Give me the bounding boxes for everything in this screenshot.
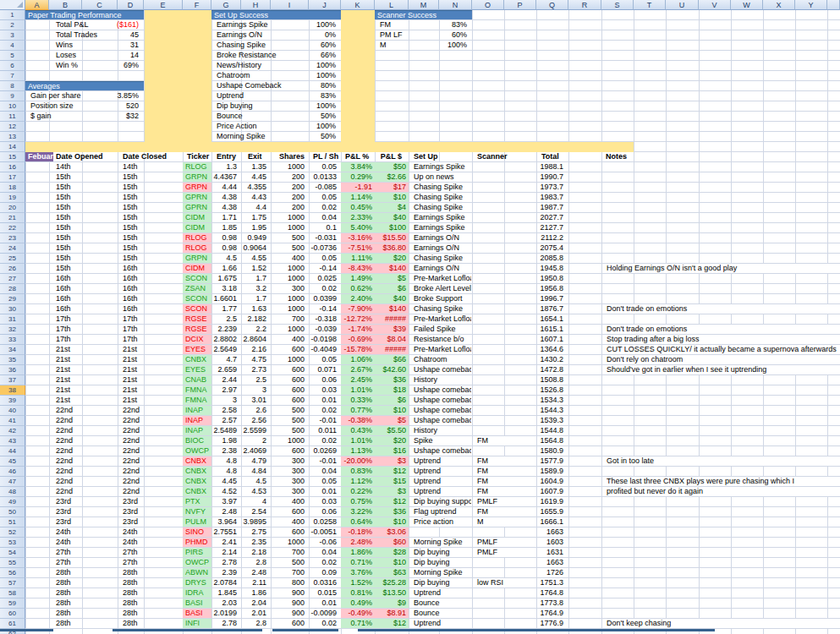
cell-pnl-pct[interactable]: -12.72% xyxy=(341,314,375,324)
cell-date-closed[interactable]: 17th xyxy=(120,325,179,334)
cell-setup[interactable]: Chatroom xyxy=(411,355,471,364)
column-header-T[interactable]: T xyxy=(634,0,666,10)
cell-pnl-usd[interactable]: $20 xyxy=(375,436,409,445)
cell-entry[interactable]: 3.964 xyxy=(211,517,239,527)
cell-total[interactable]: 1619.9 xyxy=(536,497,566,506)
cell-pnl-usd[interactable]: $20 xyxy=(375,254,409,263)
cell-scanner[interactable]: FM xyxy=(475,456,525,466)
cell-ticker[interactable]: BASI xyxy=(183,609,211,618)
cell-note[interactable]: These last three CNBX plays were pure ch… xyxy=(604,477,839,486)
row-number[interactable]: 30 xyxy=(0,304,25,314)
cell-exit[interactable]: 1.63 xyxy=(241,304,269,314)
cell-shares[interactable]: 300 xyxy=(271,487,307,496)
cell-shares[interactable]: 600 xyxy=(271,385,307,395)
column-header-V[interactable]: V xyxy=(699,0,731,10)
cell-date-closed[interactable]: 17th xyxy=(120,335,179,344)
row-number[interactable]: 13 xyxy=(0,132,25,142)
cell-exit[interactable]: 3.01 xyxy=(241,396,269,405)
cell-pnl-pct[interactable]: 0.64% xyxy=(341,517,375,527)
cell-pnl-pct[interactable]: 1.01% xyxy=(341,436,375,445)
cell-exit[interactable]: 2.5 xyxy=(241,375,269,385)
column-header-C[interactable]: C xyxy=(82,0,118,10)
cell-pnl-pct[interactable]: 0.45% xyxy=(341,203,375,212)
cell-date-closed[interactable]: 15th xyxy=(120,213,179,222)
cell-pl-per-share[interactable]: 0.0133 xyxy=(309,172,339,182)
cell-shares[interactable]: 1000 xyxy=(271,304,307,314)
cell-pnl-usd[interactable]: $15 xyxy=(375,477,409,486)
cell-ticker[interactable]: PTX xyxy=(183,497,211,506)
cell-setup[interactable]: Chasing Spike xyxy=(411,193,471,202)
cell-exit[interactable]: 2.4069 xyxy=(241,446,269,456)
cell-date-closed[interactable]: 28th xyxy=(120,619,179,628)
cell-pnl-usd[interactable]: ##### xyxy=(375,314,409,324)
cell-exit[interactable]: 2.35 xyxy=(241,538,269,547)
cell-total[interactable]: 1544.8 xyxy=(536,426,566,435)
cell-pnl-pct[interactable]: 1.86% xyxy=(341,548,375,557)
cell-entry[interactable]: 3.97 xyxy=(211,497,239,506)
stat-value[interactable]: 31 xyxy=(85,41,141,50)
cell-pl-per-share[interactable]: 0.03 xyxy=(309,385,339,395)
cell-setup[interactable]: Uptrend xyxy=(411,487,471,496)
stat-value[interactable]: ($161) xyxy=(85,20,141,30)
stat-value[interactable]: 45 xyxy=(85,30,141,40)
cell-total[interactable]: 1666.1 xyxy=(536,517,566,527)
cell-ticker[interactable]: CNBX xyxy=(183,487,211,496)
cell-date-opened[interactable]: 22nd xyxy=(53,456,113,466)
cell-exit[interactable]: 2.11 xyxy=(241,578,269,588)
cell-pl-per-share[interactable]: 0.05 xyxy=(309,162,339,172)
cell-pnl-pct[interactable]: 0.29% xyxy=(341,172,375,182)
cell-total[interactable]: 1604.9 xyxy=(536,477,566,486)
cell-pnl-usd[interactable]: $6 xyxy=(375,284,409,293)
cell-pl-per-share[interactable]: 0.011 xyxy=(309,426,339,435)
cell-note[interactable]: Holding Earnings O/N isn't a good play xyxy=(604,264,839,273)
cell-pnl-pct[interactable]: 2.40% xyxy=(341,294,375,303)
row-number[interactable]: 20 xyxy=(0,203,25,213)
cell-note[interactable]: Don't trade on emotions xyxy=(604,304,839,314)
cell-exit[interactable]: 2.8 xyxy=(241,558,269,567)
cell-date-opened[interactable]: 22nd xyxy=(53,446,113,456)
cell-setup[interactable]: Ushape comeback xyxy=(411,365,471,374)
row-number[interactable]: 59 xyxy=(0,598,25,609)
cell-pnl-pct[interactable]: 2.48% xyxy=(341,538,375,547)
cell-ticker[interactable]: PIRS xyxy=(183,548,211,557)
cell-shares[interactable]: 300 xyxy=(271,477,307,486)
cell-ticker[interactable]: SCON xyxy=(183,304,211,314)
cell-shares[interactable]: 900 xyxy=(271,588,307,598)
cell-total[interactable]: 1577.9 xyxy=(536,456,566,466)
cell-ticker[interactable]: SCON xyxy=(183,294,211,303)
cell-exit[interactable]: 2.56 xyxy=(241,416,269,425)
cell-entry[interactable]: 2.41 xyxy=(211,538,239,547)
cell-setup[interactable]: Morning Spike xyxy=(411,538,471,547)
cell-ticker[interactable]: CNBX xyxy=(183,477,211,486)
row-number[interactable]: 14 xyxy=(0,142,25,152)
column-header-H[interactable]: H xyxy=(241,0,271,10)
cell-date-opened[interactable]: 23rd xyxy=(53,497,113,506)
setup-success-value[interactable]: 80% xyxy=(279,81,338,90)
scanner-success-value[interactable]: 60% xyxy=(415,30,469,40)
cell-entry[interactable]: 4.4367 xyxy=(211,172,239,182)
cell-pl-per-share[interactable]: -0.031 xyxy=(309,233,339,243)
cell-date-closed[interactable]: 28th xyxy=(120,588,179,598)
cell-pnl-usd[interactable]: $140 xyxy=(375,304,409,314)
cell-setup[interactable]: Dip buying xyxy=(411,558,471,567)
row-number[interactable]: 35 xyxy=(0,355,25,365)
cell-pnl-pct[interactable]: -1.91 xyxy=(341,183,375,192)
row-number[interactable]: 22 xyxy=(0,223,25,233)
setup-success-value[interactable]: 83% xyxy=(279,91,338,101)
cell-pl-per-share[interactable]: 0.025 xyxy=(309,274,339,283)
cell-exit[interactable]: 1.86 xyxy=(241,588,269,598)
cell-ticker[interactable]: CIDM xyxy=(183,223,211,232)
cell-exit[interactable]: 1.52 xyxy=(241,264,269,273)
cell-pnl-pct[interactable]: 1.12% xyxy=(341,477,375,486)
cell-exit[interactable]: 0.949 xyxy=(241,233,269,243)
column-header-A[interactable]: A xyxy=(25,0,49,10)
cell-exit[interactable]: 1.95 xyxy=(241,223,269,232)
cell-shares[interactable]: 300 xyxy=(271,456,307,466)
cell-date-closed[interactable]: 14th xyxy=(120,162,179,172)
cell-exit[interactable]: 4.45 xyxy=(241,172,269,182)
cell-setup[interactable]: Earnings O/N xyxy=(411,264,471,273)
column-header-Q[interactable]: Q xyxy=(536,0,568,10)
cell-shares[interactable]: 400 xyxy=(271,497,307,506)
cell-date-opened[interactable]: 27th xyxy=(53,548,113,557)
cell-entry[interactable]: 1.98 xyxy=(211,436,239,445)
